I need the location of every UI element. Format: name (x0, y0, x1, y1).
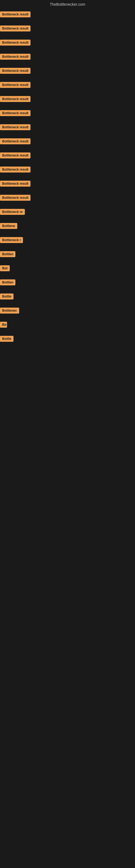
bottleneck-badge[interactable]: Bottlen (0, 251, 15, 257)
bottleneck-badge[interactable]: Bottle (0, 336, 13, 342)
list-item: Bottlenec (0, 306, 135, 320)
bottleneck-badge[interactable]: Bottlenec (0, 308, 19, 314)
list-item: Bo (0, 320, 135, 334)
list-item: Bottleneck result (0, 52, 135, 66)
list-item: Bottleneck result (0, 137, 135, 151)
bottleneck-badge[interactable]: Bo (0, 322, 7, 328)
list-item: Bottleneck result (0, 179, 135, 193)
page-wrapper: TheBottlenecker.com Bottleneck resultBot… (0, 0, 135, 348)
bottleneck-badge[interactable]: Bot (0, 265, 10, 271)
bottleneck-badge[interactable]: Bottle (0, 293, 13, 300)
bottleneck-badge[interactable]: Bottleneck result (0, 138, 31, 144)
list-item: Bottleneck result (0, 165, 135, 179)
bottleneck-badge[interactable]: Bottleneck result (0, 68, 31, 74)
bottleneck-badge[interactable]: Bottleneck re (0, 209, 25, 215)
list-item: Bottlen (0, 278, 135, 292)
list-item: Bottleneck re (0, 207, 135, 221)
items-list: Bottleneck resultBottleneck resultBottle… (0, 10, 135, 348)
bottleneck-badge[interactable]: Bottleneck result (0, 181, 31, 187)
list-item: Bottle (0, 334, 135, 348)
list-item: Bottleneck result (0, 80, 135, 94)
list-item: Bottleneck result (0, 10, 135, 24)
site-title: TheBottlenecker.com (0, 0, 135, 10)
bottleneck-badge[interactable]: Bottleneck result (0, 11, 31, 18)
bottleneck-badge[interactable]: Bottleneck result (0, 40, 31, 45)
bottleneck-badge[interactable]: Bottleneck result (0, 124, 31, 130)
list-item: Bottleneck result (0, 38, 135, 52)
list-item: Bottleneck r (0, 236, 135, 250)
list-item: Bottleneck result (0, 24, 135, 38)
list-item: Bottle (0, 292, 135, 306)
list-item: Bottlene (0, 221, 135, 236)
list-item: Bottleneck result (0, 66, 135, 80)
list-item: Bottleneck result (0, 94, 135, 108)
bottleneck-badge[interactable]: Bottlene (0, 223, 17, 229)
bottleneck-badge[interactable]: Bottleneck result (0, 152, 31, 158)
bottleneck-badge[interactable]: Bottleneck result (0, 82, 31, 88)
bottleneck-badge[interactable]: Bottleneck result (0, 195, 31, 201)
bottleneck-badge[interactable]: Bottleneck result (0, 96, 31, 102)
bottleneck-badge[interactable]: Bottleneck result (0, 26, 31, 31)
list-item: Bot (0, 264, 135, 278)
bottleneck-badge[interactable]: Bottleneck result (0, 166, 31, 173)
list-item: Bottleneck result (0, 151, 135, 165)
bottleneck-badge[interactable]: Bottleneck r (0, 237, 23, 243)
bottleneck-badge[interactable]: Bottleneck result (0, 54, 31, 60)
bottleneck-badge[interactable]: Bottlen (0, 279, 15, 285)
bottleneck-badge[interactable]: Bottleneck result (0, 110, 31, 116)
list-item: Bottlen (0, 250, 135, 264)
list-item: Bottleneck result (0, 108, 135, 123)
list-item: Bottleneck result (0, 193, 135, 207)
list-item: Bottleneck result (0, 123, 135, 137)
